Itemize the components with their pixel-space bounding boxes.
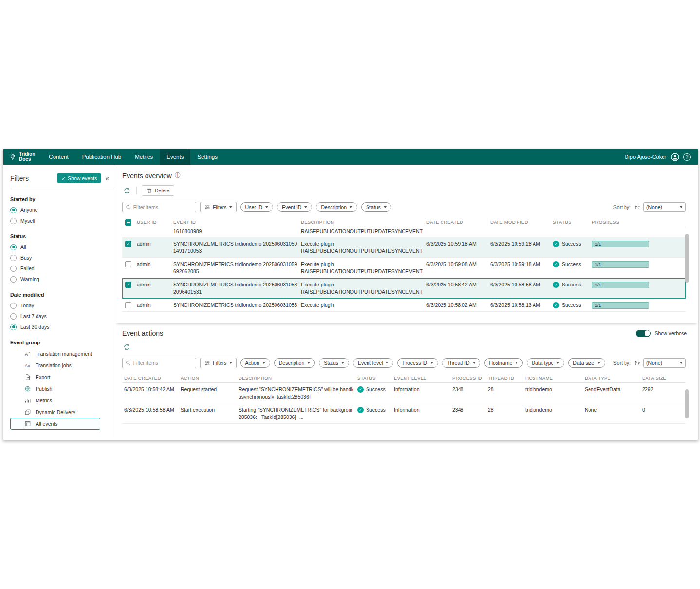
table-row[interactable]: 6/3/2025 10:58:58 AM Start execution Sta… bbox=[122, 403, 686, 424]
sidebar-item-all-events[interactable]: All events bbox=[10, 418, 100, 430]
radio-anyone[interactable]: Anyone bbox=[10, 205, 115, 215]
sidebar-header: Filters ✓ Show events « bbox=[10, 173, 114, 189]
nav-item-settings[interactable]: Settings bbox=[190, 149, 224, 165]
filter-pill-status[interactable]: Status bbox=[319, 358, 349, 368]
filter-pill-process-id[interactable]: Process ID bbox=[397, 358, 438, 368]
filter-pill-event-id[interactable]: Event ID bbox=[277, 202, 312, 212]
show-events-button[interactable]: ✓ Show events bbox=[57, 173, 101, 183]
avatar-icon[interactable] bbox=[671, 153, 679, 161]
filter-pill-hostname[interactable]: Hostname bbox=[484, 358, 523, 368]
nav-item-events[interactable]: Events bbox=[160, 149, 190, 165]
column-header[interactable]: ACTION bbox=[181, 374, 239, 381]
column-header[interactable]: PROGRESS bbox=[592, 218, 686, 226]
radio-today[interactable]: Today bbox=[10, 300, 115, 311]
filter-pill-action[interactable]: Action bbox=[240, 358, 270, 368]
collapse-sidebar-icon[interactable]: « bbox=[105, 175, 109, 182]
status-badge: ✓Success bbox=[553, 302, 588, 309]
refresh-button[interactable] bbox=[122, 186, 131, 195]
column-header[interactable]: STATUS bbox=[553, 218, 592, 226]
show-verbose-toggle[interactable] bbox=[636, 330, 651, 337]
sidebar-item-translation-management[interactable]: Ax Translation management bbox=[10, 348, 100, 360]
column-header[interactable]: DESCRIPTION bbox=[239, 374, 357, 381]
actions-scrollbar[interactable] bbox=[685, 389, 689, 418]
radio-all[interactable]: All bbox=[10, 242, 115, 252]
row-checkbox[interactable] bbox=[125, 261, 131, 267]
row-checkbox[interactable] bbox=[125, 302, 131, 308]
table-row[interactable]: admin SYNCHRONIZEMETRICS tridiondemo 202… bbox=[122, 258, 686, 278]
filter-pill-thread-id[interactable]: Thread ID bbox=[442, 358, 480, 368]
refresh-icon bbox=[123, 187, 130, 194]
actions-filters-button[interactable]: Filters bbox=[200, 358, 237, 368]
overview-filter-input[interactable] bbox=[133, 204, 193, 210]
column-header[interactable]: DESCRIPTION bbox=[301, 218, 426, 226]
sidebar-item-metrics[interactable]: Metrics bbox=[10, 395, 100, 406]
column-header[interactable]: THREAD ID bbox=[488, 374, 525, 381]
sort-order-icon[interactable] bbox=[634, 204, 640, 210]
overview-scrollbar[interactable] bbox=[685, 234, 689, 283]
svg-text:A: A bbox=[25, 363, 28, 368]
chevron-down-icon bbox=[229, 206, 232, 208]
info-icon[interactable]: ⓘ bbox=[175, 171, 181, 180]
sort-order-icon[interactable] bbox=[634, 360, 640, 366]
table-row[interactable]: admin SYNCHRONIZEMETRICS tridiondemo 202… bbox=[122, 299, 686, 312]
row-checkbox[interactable]: ✓ bbox=[125, 241, 131, 247]
nav-item-publication-hub[interactable]: Publication Hub bbox=[75, 149, 129, 165]
event-actions-title: Event actions bbox=[122, 329, 163, 337]
column-header[interactable]: DATA TYPE bbox=[585, 374, 642, 381]
nav-item-content[interactable]: Content bbox=[42, 149, 75, 165]
filter-group-date-modified: Date modified Today Last 7 days Last 30 … bbox=[10, 292, 115, 332]
table-row[interactable]: 1618808989 RAISEPUBLICATIONOUTPUTUPDATES… bbox=[122, 227, 686, 237]
chevron-down-icon bbox=[350, 206, 352, 208]
radio-last-7-days[interactable]: Last 7 days bbox=[10, 311, 115, 322]
radio-warning[interactable]: Warning bbox=[10, 274, 115, 285]
radio-last-30-days[interactable]: Last 30 days bbox=[10, 322, 115, 332]
radio-failed[interactable]: Failed bbox=[10, 263, 115, 274]
check-icon: ✓ bbox=[61, 175, 66, 181]
filter-pill-description[interactable]: Description bbox=[316, 202, 357, 212]
chevron-down-icon bbox=[229, 362, 232, 364]
sidebar-item-export[interactable]: Export bbox=[10, 371, 100, 383]
sidebar-item-translation-jobs[interactable]: Aa Translation jobs bbox=[10, 360, 100, 371]
success-check-icon: ✓ bbox=[357, 407, 364, 413]
filter-pill-event-level[interactable]: Event level bbox=[353, 358, 393, 368]
column-header[interactable]: HOSTNAME bbox=[525, 374, 585, 381]
column-header[interactable]: DATA SIZE bbox=[642, 374, 686, 381]
filter-pill-data-size[interactable]: Data size bbox=[568, 358, 605, 368]
radio-busy[interactable]: Busy bbox=[10, 252, 115, 263]
column-header[interactable]: USER ID bbox=[137, 218, 173, 226]
delete-button[interactable]: Delete bbox=[142, 185, 174, 196]
select-all-checkbox[interactable] bbox=[125, 219, 131, 226]
success-check-icon: ✓ bbox=[357, 386, 364, 393]
filter-pill-description[interactable]: Description bbox=[274, 358, 315, 368]
column-header[interactable]: EVENT ID bbox=[173, 218, 301, 226]
column-header[interactable]: DATE CREATED bbox=[426, 218, 490, 226]
sidebar-item-publish[interactable]: Publish bbox=[10, 383, 100, 395]
refresh-button[interactable] bbox=[122, 342, 131, 352]
table-row[interactable]: ✓ admin SYNCHRONIZEMETRICS tridiondemo 2… bbox=[122, 237, 686, 258]
overview-filters-button[interactable]: Filters bbox=[200, 202, 237, 212]
column-header[interactable]: EVENT LEVEL bbox=[394, 374, 452, 381]
status-badge: ✓Success bbox=[553, 281, 588, 288]
filter-pill-data-type[interactable]: Data type bbox=[527, 358, 564, 368]
actions-filter-input[interactable] bbox=[133, 360, 193, 366]
progress-bar: 1/1 bbox=[592, 261, 649, 268]
filter-group-label: Status bbox=[10, 233, 115, 239]
search-icon bbox=[126, 360, 131, 366]
table-row[interactable]: ✓ admin SYNCHRONIZEMETRICS tridiondemo 2… bbox=[122, 278, 686, 299]
nav-item-metrics[interactable]: Metrics bbox=[128, 149, 160, 165]
column-header[interactable]: PROCESS ID bbox=[452, 374, 488, 381]
sidebar-item-dynamic-delivery[interactable]: Dynamic Delivery bbox=[10, 406, 100, 418]
overview-sort-select[interactable]: (None) bbox=[643, 202, 686, 212]
actions-sort-select[interactable]: (None) bbox=[643, 358, 686, 368]
filter-pill-status[interactable]: Status bbox=[361, 202, 391, 212]
radio-myself[interactable]: Myself bbox=[10, 215, 115, 226]
column-header[interactable]: DATE MODIFIED bbox=[490, 218, 553, 226]
row-checkbox[interactable]: ✓ bbox=[125, 282, 131, 288]
user-name[interactable]: Dipo Ajose-Coker bbox=[625, 154, 666, 160]
column-header[interactable]: STATUS bbox=[357, 374, 394, 381]
filter-pill-user-id[interactable]: User ID bbox=[240, 202, 274, 212]
help-icon[interactable]: ? bbox=[683, 153, 691, 161]
column-header[interactable]: DATE CREATED bbox=[122, 374, 181, 381]
chevron-down-icon bbox=[341, 362, 344, 364]
table-row[interactable]: 6/3/2025 10:58:42 AM Request started Req… bbox=[122, 383, 686, 403]
